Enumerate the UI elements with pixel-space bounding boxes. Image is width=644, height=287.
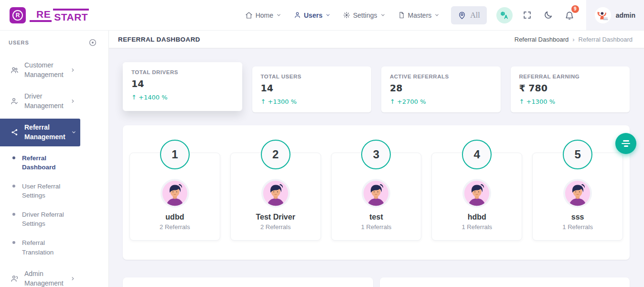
stat-value: 14	[131, 78, 234, 89]
sidebar-item-referral-management[interactable]: Referral Management	[0, 119, 80, 146]
rank-number: 3	[373, 148, 379, 161]
submenu-referral-dashboard[interactable]: Referral Dashboard	[0, 150, 80, 176]
notifications-button[interactable]: 9	[561, 7, 578, 23]
sidebar-head: USERS	[0, 31, 108, 50]
bullet-icon	[12, 213, 15, 216]
user-icon	[294, 11, 301, 19]
arrow-up-icon: ↑	[261, 98, 266, 105]
submenu-user-referral-settings[interactable]: User Referral Settings	[0, 178, 80, 204]
stat-value: ₹ 780	[519, 83, 622, 93]
filter-fab-button[interactable]	[615, 133, 636, 154]
referrer-count: 2 Referrals	[160, 223, 190, 231]
stat-value: 28	[390, 83, 492, 93]
notification-badge: 9	[571, 5, 579, 13]
referrer-count: 2 Referrals	[260, 223, 291, 231]
nav-masters-label: Masters	[408, 11, 432, 19]
referrer-card-4: 4 hdbd 1 Referrals	[431, 153, 522, 241]
top-navigation: Home Users Settings Masters	[245, 11, 440, 19]
admin-name: admin	[616, 11, 635, 19]
stat-change: ↑ +1400 %	[131, 94, 234, 101]
nav-masters[interactable]: Masters	[398, 11, 440, 19]
referrer-count: 1 Referrals	[361, 223, 392, 231]
dark-mode-button[interactable]	[540, 7, 557, 23]
referrer-avatar	[462, 178, 492, 208]
admin-avatar	[595, 7, 611, 23]
overview-row: User Referrals Overview User Referrals O…	[123, 277, 630, 287]
referrer-card-2: 2 Test Driver 2 Referrals	[230, 153, 321, 241]
stat-label: ACTIVE REFERRALS	[390, 74, 492, 79]
location-pin-icon	[458, 11, 466, 20]
file-icon	[398, 11, 405, 19]
page-title: REFERRAL DASHBOARD	[118, 36, 200, 43]
nav-home[interactable]: Home	[245, 11, 281, 19]
brand-logo[interactable]: R RE START	[10, 7, 89, 23]
location-filter-select[interactable]: All	[451, 6, 486, 24]
stat-change: ↑ +1300 %	[261, 98, 363, 105]
sidebar-collapse-button[interactable]	[88, 38, 97, 47]
stat-card-total-users: TOTAL USERS 14 ↑ +1300 %	[252, 66, 372, 112]
stat-change-value: +1300 %	[268, 98, 297, 105]
nav-settings[interactable]: Settings	[343, 11, 386, 19]
top-referrers-row: 1 udbd 2 Referrals 2 Test Driver 2 Refer…	[129, 153, 623, 241]
translate-button[interactable]	[496, 7, 513, 23]
stats-row: TOTAL DRIVERS 14 ↑ +1400 % TOTAL USERS 1…	[123, 66, 630, 115]
referrer-count: 1 Referrals	[462, 223, 493, 231]
nav-settings-label: Settings	[353, 11, 377, 19]
breadcrumb-separator-icon: ›	[572, 36, 574, 43]
page-header-bar: REFERRAL DASHBOARD Referral Dashboard › …	[109, 31, 644, 48]
sidebar-item-label: Driver Management	[24, 92, 64, 110]
fullscreen-icon	[523, 11, 532, 20]
brand-logo-text: RE START	[30, 9, 89, 22]
chevron-right-icon	[70, 67, 75, 73]
rank-number: 4	[474, 148, 480, 161]
customers-icon	[11, 66, 19, 74]
breadcrumb-link[interactable]: Referral Dashboard	[515, 36, 569, 43]
rank-number: 5	[574, 148, 580, 161]
submenu-driver-referral-settings[interactable]: Driver Referral Settings	[0, 207, 80, 232]
translate-icon	[500, 11, 509, 20]
breadcrumb: Referral Dashboard › Referral Dashboard	[515, 36, 633, 43]
bullet-icon	[12, 241, 15, 244]
gear-icon	[343, 11, 350, 19]
stat-change-value: +2700 %	[397, 98, 426, 105]
circle-dot-icon	[88, 38, 97, 47]
driver-icon	[11, 97, 19, 105]
home-icon	[245, 11, 253, 19]
stat-label: TOTAL USERS	[261, 74, 363, 79]
nav-users[interactable]: Users	[294, 11, 331, 19]
user-menu[interactable]: admin	[586, 0, 644, 30]
location-filter-value: All	[470, 11, 480, 20]
top-referrers-panel: 1 udbd 2 Referrals 2 Test Driver 2 Refer…	[123, 125, 630, 260]
sidebar-section-label: USERS	[9, 40, 29, 45]
referrer-avatar	[361, 178, 391, 208]
share-icon	[11, 128, 19, 136]
referrer-name: sss	[571, 213, 584, 221]
chevron-right-icon	[70, 276, 75, 281]
rank-badge: 3	[361, 140, 391, 169]
sidebar-item-admin-management[interactable]: Admin Management	[0, 265, 80, 287]
stat-card-active-referrals: ACTIVE REFERRALS 28 ↑ +2700 %	[381, 66, 501, 112]
referrer-avatar	[563, 178, 592, 208]
rank-badge: 5	[563, 140, 592, 169]
logo-letter: R	[12, 10, 23, 21]
referral-dashboard-app: R RE START Home Users	[0, 0, 644, 287]
arrow-up-icon: ↑	[519, 98, 525, 105]
stat-card-total-drivers: TOTAL DRIVERS 14 ↑ +1400 %	[123, 62, 242, 111]
sidebar-item-driver-management[interactable]: Driver Management	[0, 88, 80, 115]
chevron-down-icon	[71, 130, 76, 135]
logo-text-re: RE	[30, 9, 52, 22]
logo-zone: R RE START	[0, 0, 109, 30]
stat-label: TOTAL DRIVERS	[131, 69, 234, 75]
logo-text-start: START	[53, 9, 89, 22]
breadcrumb-current: Referral Dashboard	[579, 36, 633, 43]
user-referrals-overview-right: User Referrals Overview	[380, 277, 630, 287]
chevron-down-icon	[276, 12, 281, 18]
sidebar-item-customer-management[interactable]: Customer Management	[0, 56, 80, 84]
rank-badge: 1	[160, 140, 190, 169]
stat-label: REFERRAL EARNING	[519, 74, 622, 79]
rank-badge: 2	[261, 140, 290, 169]
referrer-card-5: 5 sss 1 Referrals	[532, 153, 623, 241]
submenu-referral-translation[interactable]: Referral Translation	[0, 235, 80, 260]
submenu-label: Referral Translation	[22, 238, 76, 257]
fullscreen-button[interactable]	[519, 7, 536, 23]
